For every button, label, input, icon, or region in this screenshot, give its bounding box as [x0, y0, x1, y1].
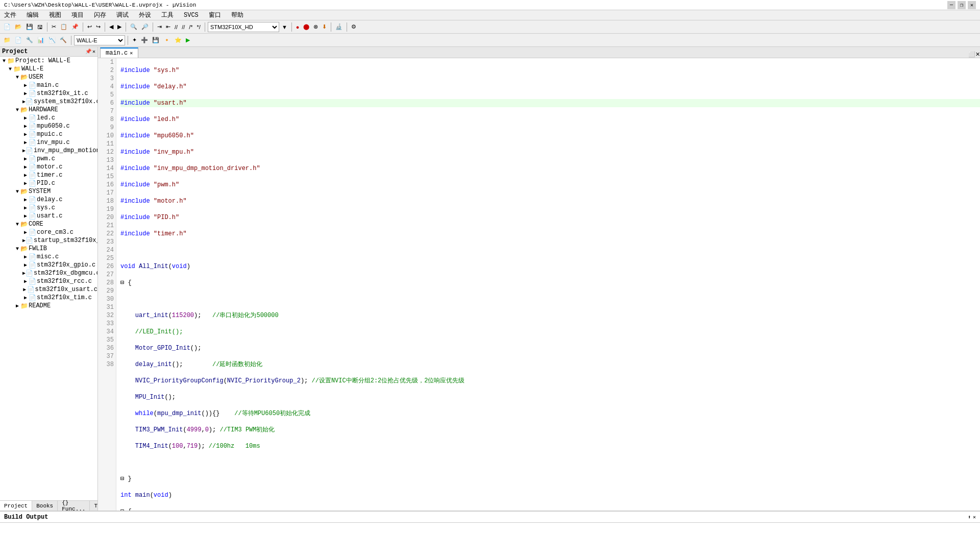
build-button[interactable]: ● [295, 21, 301, 33]
tree-core-cm3-c[interactable]: ▶ 📄 core_cm3.c [0, 228, 97, 236]
settings-button[interactable]: ⚙ [350, 21, 358, 33]
code-content[interactable]: #include "sys.h" #include "delay.h" #inc… [116, 58, 980, 511]
tree-inv-mpu-dmp[interactable]: ▶ 📄 inv_mpu_dmp_motion_d... [0, 147, 97, 155]
tree-inv-mpu-c[interactable]: ▶ 📄 inv_mpu.c [0, 138, 97, 147]
toggle-core-cm3[interactable]: ▶ [22, 229, 29, 235]
toggle-timer[interactable]: ▶ [22, 172, 29, 178]
save-all-button[interactable]: 🖫 [36, 21, 44, 33]
rebuild-button[interactable]: ⬤ [302, 21, 311, 33]
tree-system-stm32f10x[interactable]: ▶ 📄 system_stm32f10x.c [0, 98, 97, 106]
menu-window[interactable]: 窗口 [207, 10, 223, 20]
tree-pid-c[interactable]: ▶ 📄 PID.c [0, 179, 97, 187]
tree-delay-c[interactable]: ▶ 📄 delay.c [0, 196, 97, 204]
toggle-wall-e[interactable]: ▼ [7, 66, 13, 72]
toggle-usart-fw[interactable]: ▶ [22, 286, 27, 293]
toggle-mpu6050[interactable]: ▶ [22, 123, 29, 129]
comment-button[interactable]: // [173, 21, 179, 33]
sidebar-tab-temp[interactable]: Temp... [90, 501, 98, 511]
tree-timer-c[interactable]: ▶ 📄 timer.c [0, 171, 97, 179]
t2-btn3[interactable]: 🔧 [24, 35, 35, 46]
tree-main-c[interactable]: ▶ 📄 main.c [0, 81, 97, 89]
toggle-hardware[interactable]: ▼ [14, 107, 20, 113]
toggle-pid[interactable]: ▶ [22, 180, 29, 186]
target-select[interactable]: STM32F10X_HD [208, 22, 279, 32]
save-button[interactable]: 💾 [24, 21, 35, 33]
toggle-comment2-button[interactable]: */ [195, 21, 202, 33]
tree-system-folder[interactable]: ▼ 📂 SYSTEM [0, 187, 97, 196]
menu-project[interactable]: 项目 [69, 10, 86, 20]
copy-button[interactable]: 📋 [59, 21, 69, 33]
toggle-user[interactable]: ▼ [14, 75, 20, 80]
tab-close-main-c[interactable]: ✕ [130, 50, 133, 56]
start-debug-button[interactable]: 🔬 [334, 21, 344, 33]
t2-btn4[interactable]: 📊 [36, 35, 46, 46]
minimize-button[interactable]: — [947, 1, 955, 9]
unindent-button[interactable]: ⇤ [164, 21, 172, 33]
t2-add[interactable]: ➕ [139, 35, 150, 46]
tree-led-c[interactable]: ▶ 📄 led.c [0, 114, 97, 122]
indent-button[interactable]: ⇥ [156, 21, 163, 33]
toggle-sys[interactable]: ▶ [22, 205, 29, 211]
t2-btn1[interactable]: 📁 [2, 35, 12, 46]
toggle-motor[interactable]: ▶ [22, 164, 29, 170]
window-controls[interactable]: — ❐ ✕ [947, 1, 976, 9]
tree-usart-fw-c[interactable]: ▶ 📄 stm32f10x_usart.c [0, 285, 97, 294]
sidebar-pin-button[interactable]: 📌 [85, 49, 91, 55]
tree-motor-c[interactable]: ▶ 📄 motor.c [0, 163, 97, 171]
menu-view[interactable]: 视图 [47, 10, 63, 20]
find-in-files-button[interactable]: 🔎 [140, 21, 150, 33]
toggle-mpuic[interactable]: ▶ [22, 131, 29, 137]
t2-btn6[interactable]: 🔨 [58, 35, 68, 46]
toggle-system-folder[interactable]: ▼ [14, 189, 20, 195]
tree-fwlib-folder[interactable]: ▼ 📂 FWLIB [0, 245, 97, 253]
toggle-stm32f10x-it[interactable]: ▶ [22, 90, 29, 96]
toggle-core-folder[interactable]: ▼ [14, 222, 20, 227]
tree-startup[interactable]: ▶ 📄 startup_stm32f10x_md.s [0, 236, 97, 245]
menu-peripheral[interactable]: 外设 [137, 10, 153, 20]
toggle-rcc[interactable]: ▶ [22, 278, 29, 284]
project-select[interactable]: WALL-E [74, 35, 125, 45]
stop-button[interactable]: ⊗ [312, 21, 320, 33]
tree-misc-c[interactable]: ▶ 📄 misc.c [0, 253, 97, 261]
sidebar-close-button[interactable]: ✕ [92, 49, 95, 55]
uncomment-button[interactable]: // [180, 21, 186, 33]
build-output-close[interactable]: ⬆ [968, 514, 971, 520]
maximize-button[interactable]: ❐ [958, 1, 966, 9]
toggle-delay[interactable]: ▶ [22, 197, 29, 203]
t2-btn5[interactable]: 📉 [47, 35, 57, 46]
open-button[interactable]: 📂 [13, 21, 23, 33]
t2-magic[interactable]: ✦ [131, 35, 138, 46]
cut-button[interactable]: ✂ [50, 21, 58, 33]
tree-pwm-c[interactable]: ▶ 📄 pwm.c [0, 155, 97, 163]
undo-button[interactable]: ↩ [86, 21, 93, 33]
target-options-button[interactable]: ▼ [280, 21, 289, 33]
t2-dart[interactable]: 🔸 [162, 35, 172, 46]
toggle-misc[interactable]: ▶ [22, 254, 29, 260]
tree-core-folder[interactable]: ▼ 📂 CORE [0, 220, 97, 228]
new-file-button[interactable]: 📄 [2, 21, 12, 33]
build-output-x[interactable]: ✕ [973, 514, 976, 520]
tree-tim-c[interactable]: ▶ 📄 stm32f10x_tim.c [0, 294, 97, 302]
t2-btn2[interactable]: 📄 [13, 35, 23, 46]
tree-project-wall-e[interactable]: ▼ 📁 Project: WALL-E [0, 57, 97, 65]
menu-flash[interactable]: 闪存 [92, 10, 108, 20]
tree-user-folder[interactable]: ▼ 📂 USER [0, 73, 97, 81]
tree-mpu6050-c[interactable]: ▶ 📄 mpu6050.c [0, 122, 97, 130]
toggle-readme-folder[interactable]: ▶ [14, 303, 20, 309]
sidebar-tab-books[interactable]: Books [32, 501, 58, 511]
menu-file[interactable]: 文件 [2, 10, 18, 20]
find-button[interactable]: 🔍 [129, 21, 139, 33]
tree-wall-e-group[interactable]: ▼ 📁 WALL-E [0, 65, 97, 73]
tree-sys-c[interactable]: ▶ 📄 sys.c [0, 204, 97, 212]
toggle-fwlib-folder[interactable]: ▼ [14, 246, 20, 252]
toggle-comment-button[interactable]: /* [187, 21, 194, 33]
toggle-tim[interactable]: ▶ [22, 295, 29, 301]
editor-expand-button[interactable]: ⬜ [968, 51, 975, 58]
t2-star[interactable]: ⭐ [173, 35, 183, 46]
menu-tools[interactable]: 工具 [159, 10, 176, 20]
editor-scroll[interactable]: 1 2 3 4 5 6 7 8 9 10 11 12 13 14 15 16 1… [98, 58, 980, 511]
toggle-main-c[interactable]: ▶ [22, 82, 29, 88]
tree-mpuic-c[interactable]: ▶ 📄 mpuic.c [0, 130, 97, 138]
editor-close-button[interactable]: ✕ [975, 51, 980, 58]
toggle-gpio[interactable]: ▶ [22, 262, 29, 268]
